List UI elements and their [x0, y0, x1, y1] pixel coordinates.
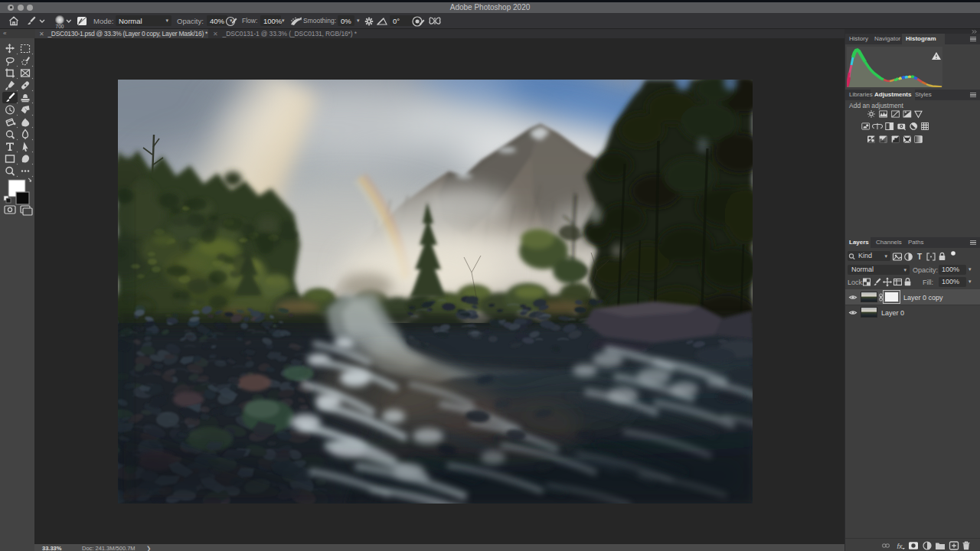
- svg-text:fx: fx: [897, 543, 903, 550]
- svg-text:T: T: [917, 253, 922, 261]
- svg-text:700: 700: [56, 23, 64, 28]
